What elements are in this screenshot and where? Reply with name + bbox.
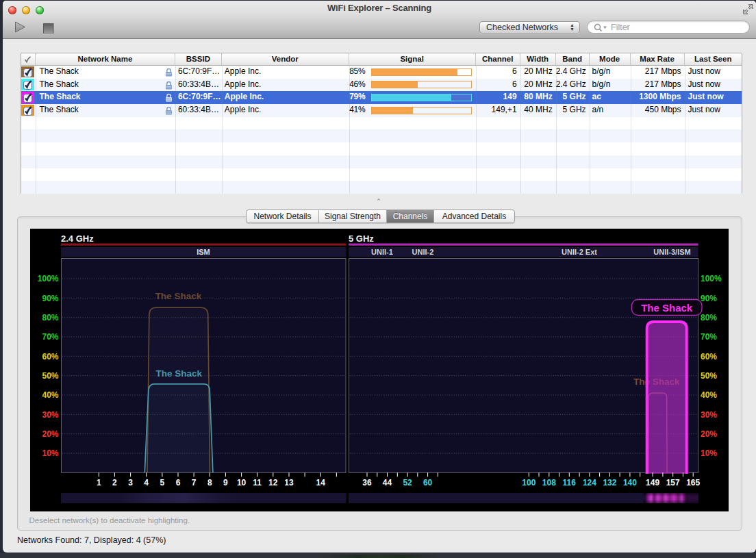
svg-text:70%: 70%: [701, 332, 717, 342]
svg-text:80%: 80%: [42, 313, 58, 322]
svg-text:10%: 10%: [42, 448, 58, 458]
svg-text:90%: 90%: [42, 294, 58, 303]
svg-text:10%: 10%: [701, 448, 717, 458]
svg-text:60%: 60%: [42, 352, 58, 362]
svg-text:132: 132: [603, 478, 616, 487]
svg-text:50%: 50%: [701, 371, 717, 381]
svg-text:60: 60: [423, 478, 433, 487]
svg-text:100: 100: [522, 478, 536, 487]
svg-text:50%: 50%: [42, 371, 58, 381]
svg-text:165: 165: [686, 478, 700, 487]
svg-text:80%: 80%: [701, 313, 717, 322]
svg-text:1: 1: [97, 478, 101, 487]
svg-text:124: 124: [583, 478, 596, 487]
svg-text:11: 11: [253, 478, 262, 487]
svg-text:2.4 GHz: 2.4 GHz: [61, 233, 94, 244]
svg-text:157: 157: [666, 478, 680, 487]
svg-text:70%: 70%: [42, 332, 58, 342]
svg-text:140: 140: [623, 478, 637, 487]
svg-text:60%: 60%: [701, 352, 717, 362]
svg-text:20%: 20%: [701, 429, 717, 439]
svg-text:100%: 100%: [38, 274, 59, 283]
svg-text:40%: 40%: [42, 390, 58, 400]
svg-text:52: 52: [403, 478, 412, 487]
svg-text:40%: 40%: [701, 390, 717, 400]
svg-text:30%: 30%: [42, 410, 58, 420]
svg-text:5 GHz: 5 GHz: [349, 233, 374, 244]
svg-text:36: 36: [362, 478, 372, 487]
svg-text:2: 2: [112, 478, 117, 487]
svg-text:UNII-1: UNII-1: [371, 248, 393, 256]
svg-text:30%: 30%: [701, 410, 717, 420]
svg-text:The Shack: The Shack: [155, 291, 202, 301]
svg-text:149: 149: [646, 478, 659, 487]
svg-text:ISM: ISM: [197, 248, 210, 256]
svg-text:90%: 90%: [701, 294, 717, 303]
svg-text:UNII-3/ISM: UNII-3/ISM: [653, 248, 690, 256]
svg-text:9: 9: [223, 478, 228, 487]
svg-text:10: 10: [237, 478, 247, 487]
svg-text:4: 4: [144, 478, 149, 487]
svg-text:44: 44: [383, 478, 392, 487]
svg-text:The Shack: The Shack: [641, 302, 693, 314]
svg-text:116: 116: [563, 478, 577, 487]
svg-text:8: 8: [207, 478, 212, 487]
svg-text:3: 3: [128, 478, 133, 487]
svg-text:6: 6: [176, 478, 181, 487]
svg-text:14: 14: [316, 478, 326, 487]
svg-text:UNII-2 Ext: UNII-2 Ext: [562, 248, 597, 256]
svg-text:The Shack: The Shack: [156, 368, 203, 379]
svg-text:13: 13: [284, 478, 294, 487]
svg-text:7: 7: [192, 478, 197, 487]
svg-text:100%: 100%: [701, 274, 722, 283]
svg-text:UNII-2: UNII-2: [412, 248, 434, 256]
svg-text:12: 12: [268, 478, 278, 487]
svg-text:108: 108: [542, 478, 556, 487]
svg-text:5: 5: [160, 478, 165, 487]
svg-text:20%: 20%: [42, 429, 58, 439]
